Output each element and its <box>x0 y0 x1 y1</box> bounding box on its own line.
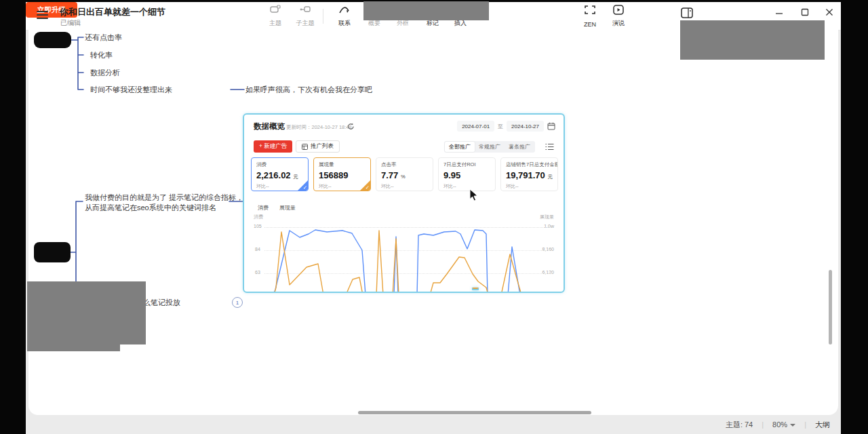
zoom-control[interactable]: 80% <box>772 420 795 429</box>
paid-goal-line1: 我做付费的目的就是为了 提示笔记的综合指标， <box>85 193 243 203</box>
redaction-bottom-left-step <box>27 344 120 351</box>
redacted-topic-node-2[interactable] <box>34 242 71 262</box>
dashboard-image-node[interactable]: 数据概览 更新时间：2024-10-27 18:48 2024-07-01 至 … <box>243 113 565 293</box>
tool-subtopic[interactable]: 子主题 <box>290 5 320 28</box>
horizontal-scrollbar[interactable] <box>358 411 591 414</box>
zen-icon <box>585 5 595 15</box>
mindmap-canvas: 还有点击率 转化率 数据分析 时间不够我还没整理出来 如果呼声很高，下次有机会我… <box>28 30 838 415</box>
tool-relation[interactable]: 联系 <box>330 5 359 28</box>
edited-status: 已编辑 <box>60 18 81 28</box>
topic-count: 主题: 74 <box>726 420 753 430</box>
vertical-scrollbar[interactable] <box>829 270 832 344</box>
topic-conversion-rate[interactable]: 转化率 <box>90 50 113 60</box>
screen: 你和日出百单就差一个细节 已编辑 主题 子主题 联系 概要 外框 标记 插入 Z… <box>0 0 868 434</box>
panel-toggle-button[interactable] <box>681 7 693 18</box>
redaction-top-right <box>680 20 825 60</box>
tool-subtopic-label: 子主题 <box>296 19 315 28</box>
topic-no-time[interactable]: 时间不够我还没整理出来 <box>90 85 172 95</box>
present-icon <box>613 5 624 15</box>
topic-data-analysis[interactable]: 数据分析 <box>90 68 120 78</box>
menu-icon[interactable] <box>37 11 48 20</box>
topic-icon <box>270 5 281 14</box>
document-title: 你和日出百单就差一个细节 <box>60 6 165 18</box>
comment-count-badge[interactable]: 1 <box>232 297 243 308</box>
tool-zen[interactable]: ZEN <box>575 5 605 28</box>
topic-click-rate[interactable]: 还有点击率 <box>85 33 122 43</box>
maximize-button[interactable] <box>797 6 812 18</box>
tool-topic-label: 主题 <box>269 19 281 28</box>
redacted-topic-node[interactable] <box>34 32 71 48</box>
trend-chart <box>244 115 564 292</box>
mouse-cursor <box>469 189 478 201</box>
check-icon: ✓ <box>303 184 307 191</box>
status-bar: 主题: 74 | 80% | 大纲 <box>26 415 841 434</box>
tool-relation-label: 联系 <box>338 19 351 28</box>
letterbox-right <box>841 0 868 434</box>
relation-icon <box>338 5 351 14</box>
close-button[interactable] <box>822 6 837 18</box>
letterbox-left <box>0 0 26 434</box>
status-divider: | <box>762 420 764 429</box>
topic-callout[interactable]: 如果呼声很高，下次有机会我在分享吧 <box>245 85 372 95</box>
paid-goal-line2: 从而提高笔记在seo系统中的关键词排名 <box>85 203 243 213</box>
tool-topic[interactable]: 主题 <box>260 5 290 28</box>
outline-button[interactable]: 大纲 <box>815 420 830 430</box>
chevron-down-icon <box>790 424 795 427</box>
topic-paid-goal[interactable]: 我做付费的目的就是为了 提示笔记的综合指标， 从而提高笔记在seo系统中的关键词… <box>85 193 243 213</box>
redaction-bottom-left <box>27 281 146 344</box>
tool-present-label: 演说 <box>612 19 625 28</box>
toolbar-divider <box>323 9 323 24</box>
check-icon: ✓ <box>366 184 370 191</box>
redaction-toolbar <box>363 1 489 20</box>
app-window: 你和日出百单就差一个细节 已编辑 主题 子主题 联系 概要 外框 标记 插入 Z… <box>26 2 841 434</box>
subtopic-icon <box>300 5 311 14</box>
tool-zen-label: ZEN <box>584 21 596 28</box>
panel-icon <box>681 7 693 18</box>
tool-present[interactable]: 演说 <box>604 5 633 28</box>
minimize-button[interactable] <box>772 6 787 18</box>
status-divider: | <box>804 420 806 429</box>
